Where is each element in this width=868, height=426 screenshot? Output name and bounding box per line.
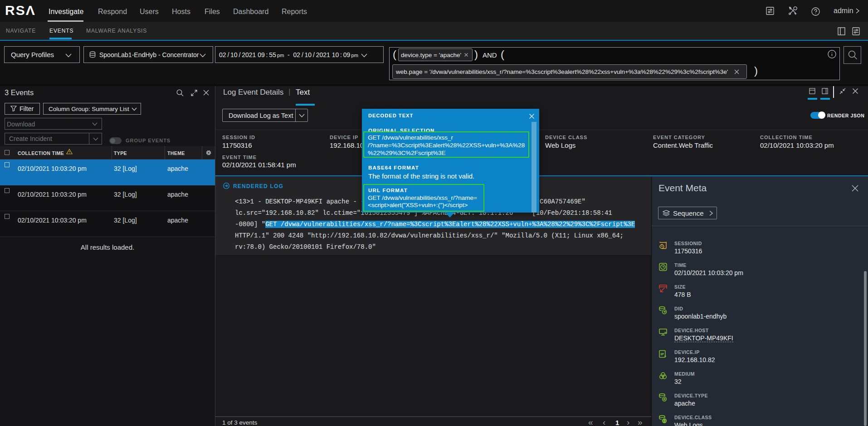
svg-text:IP: IP xyxy=(661,352,664,356)
